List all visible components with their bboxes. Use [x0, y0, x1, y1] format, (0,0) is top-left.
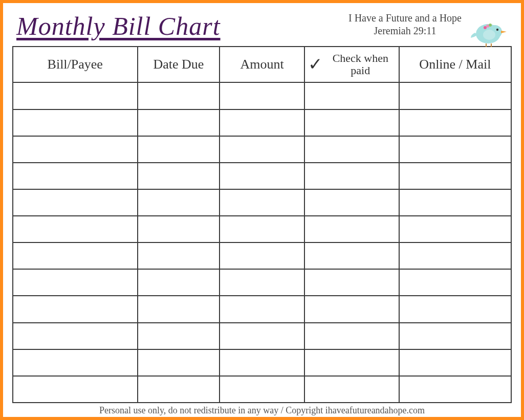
table-row: [13, 242, 511, 269]
table-cell[interactable]: [399, 136, 511, 163]
col-header-date-due: Date Due: [138, 47, 220, 82]
table-cell[interactable]: [399, 269, 511, 296]
table-row: [13, 269, 511, 296]
table-header-row: Bill/Payee Date Due Amount ✓ Check when …: [13, 47, 511, 82]
table-cell[interactable]: [304, 242, 399, 269]
table-row: [13, 109, 511, 136]
table-cell[interactable]: [220, 136, 304, 163]
table-cell[interactable]: [13, 189, 138, 216]
table-cell[interactable]: [304, 323, 399, 349]
table-cell[interactable]: [220, 296, 304, 322]
table-cell[interactable]: [220, 216, 304, 242]
table-cell[interactable]: [138, 109, 220, 136]
table-row: [13, 189, 511, 216]
table-cell[interactable]: [138, 136, 220, 163]
table-cell[interactable]: [304, 296, 399, 322]
table-cell[interactable]: [304, 136, 399, 163]
table-row: [13, 376, 511, 403]
col-header-check-paid: ✓ Check when paid: [304, 47, 399, 82]
table-cell[interactable]: [304, 349, 399, 376]
table-cell[interactable]: [399, 296, 511, 322]
table-row: [13, 82, 511, 109]
table-cell[interactable]: [220, 242, 304, 269]
table-cell[interactable]: [220, 163, 304, 189]
table-cell[interactable]: [399, 82, 511, 109]
tagline-line2: Jeremiah 29:11: [348, 25, 462, 37]
table-row: [13, 349, 511, 376]
table-cell[interactable]: [13, 82, 138, 109]
page-title: Monthly Bill Chart: [16, 11, 221, 41]
table-cell[interactable]: [399, 109, 511, 136]
table-cell[interactable]: [220, 323, 304, 349]
table-row: [13, 216, 511, 242]
table-cell[interactable]: [304, 109, 399, 136]
svg-point-2: [483, 30, 495, 40]
table-cell[interactable]: [304, 189, 399, 216]
table-cell[interactable]: [220, 109, 304, 136]
table-cell[interactable]: [13, 323, 138, 349]
table-cell[interactable]: [220, 376, 304, 403]
col-header-check-paid-label: Check when paid: [325, 52, 396, 77]
table-cell[interactable]: [399, 189, 511, 216]
table-cell[interactable]: [13, 163, 138, 189]
table-cell[interactable]: [13, 109, 138, 136]
table-cell[interactable]: [304, 82, 399, 109]
table-cell[interactable]: [220, 189, 304, 216]
table-cell[interactable]: [304, 163, 399, 189]
svg-point-3: [496, 29, 498, 31]
table-cell[interactable]: [220, 349, 304, 376]
bird-icon: [471, 16, 511, 49]
tagline-line1: I Have a Future and a Hope: [348, 12, 462, 24]
table-cell[interactable]: [138, 82, 220, 109]
table-cell[interactable]: [13, 349, 138, 376]
table-cell[interactable]: [138, 189, 220, 216]
tagline: I Have a Future and a Hope Jeremiah 29:1…: [348, 11, 508, 37]
table-cell[interactable]: [220, 82, 304, 109]
table-cell[interactable]: [13, 296, 138, 322]
table-cell[interactable]: [399, 163, 511, 189]
svg-point-6: [489, 24, 492, 27]
table-cell[interactable]: [138, 349, 220, 376]
table-row: [13, 163, 511, 189]
bill-table: Bill/Payee Date Due Amount ✓ Check when …: [12, 46, 512, 403]
table-cell[interactable]: [138, 216, 220, 242]
table-cell[interactable]: [304, 216, 399, 242]
table-cell[interactable]: [399, 216, 511, 242]
col-header-online-mail: Online / Mail: [399, 47, 511, 82]
page: Monthly Bill Chart I Have a Future and a…: [3, 3, 521, 417]
table-row: [13, 323, 511, 349]
svg-point-4: [484, 26, 487, 29]
table-cell[interactable]: [138, 242, 220, 269]
table-cell[interactable]: [13, 216, 138, 242]
col-header-amount: Amount: [220, 47, 304, 82]
table-cell[interactable]: [138, 376, 220, 403]
table-row: [13, 296, 511, 322]
table-cell[interactable]: [399, 242, 511, 269]
table-cell[interactable]: [304, 376, 399, 403]
table-cell[interactable]: [138, 323, 220, 349]
table-cell[interactable]: [138, 163, 220, 189]
table-cell[interactable]: [13, 242, 138, 269]
table-cell[interactable]: [138, 269, 220, 296]
checkmark-icon: ✓: [308, 56, 322, 73]
table-cell[interactable]: [304, 269, 399, 296]
table-cell[interactable]: [399, 349, 511, 376]
col-header-payee: Bill/Payee: [13, 47, 138, 82]
table-cell[interactable]: [13, 136, 138, 163]
table-cell[interactable]: [138, 296, 220, 322]
header: Monthly Bill Chart I Have a Future and a…: [12, 9, 512, 46]
table-cell[interactable]: [13, 269, 138, 296]
table-cell[interactable]: [399, 323, 511, 349]
table-cell[interactable]: [13, 376, 138, 403]
table-cell[interactable]: [399, 376, 511, 403]
footer-text: Personal use only, do not redistribute i…: [12, 403, 512, 417]
table-row: [13, 136, 511, 163]
table-cell[interactable]: [220, 269, 304, 296]
